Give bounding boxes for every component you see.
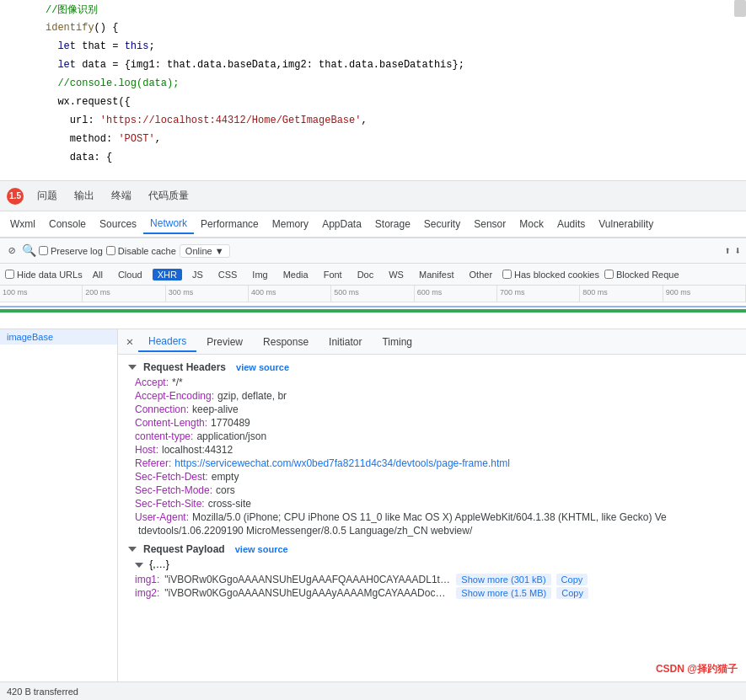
copy-img1-button[interactable]: Copy [556, 574, 588, 585]
tab-memory[interactable]: Memory [266, 215, 315, 233]
header-user-agent-cont: tdevtools/1.06.2209190 MicroMessenger/8.… [128, 525, 736, 537]
referer-link[interactable]: https://servicewechat.com/wx0bed7fa8211d… [174, 457, 510, 469]
blocked-req-label[interactable]: Blocked Reque [604, 270, 679, 280]
header-val-type: application/json [196, 430, 266, 442]
disable-cache-label[interactable]: Disable cache [106, 246, 176, 256]
detail-tab-preview[interactable]: Preview [196, 333, 253, 351]
header-key-ua: User-Agent: [135, 511, 189, 523]
code-editor: //图像识别 identify() { let that = this; let… [0, 0, 746, 181]
ruler-300: 300 ms [166, 286, 249, 302]
has-blocked-checkbox[interactable] [502, 270, 512, 279]
devtools-tab-bar: 1.5 问题 输出 终端 代码质量 [0, 181, 746, 211]
tab-sensor[interactable]: Sensor [467, 215, 513, 233]
filter-css[interactable]: CSS [213, 269, 243, 281]
code-wx: wx.request({ [46, 96, 131, 108]
header-sec-site: Sec-Fetch-Site: cross-site [128, 498, 736, 510]
tab-appdata[interactable]: AppData [315, 215, 368, 233]
filter-media[interactable]: Media [278, 269, 314, 281]
hide-data-urls-label[interactable]: Hide data URLs [5, 270, 83, 280]
filter-font[interactable]: Font [319, 269, 347, 281]
show-more-img1-button[interactable]: Show more (301 kB) [456, 574, 550, 585]
sidebar-item-imagebase[interactable]: imageBase [0, 329, 117, 345]
online-dropdown[interactable]: Online ▼ [180, 244, 230, 258]
status-bar: 420 B transferred [0, 681, 746, 700]
close-button[interactable]: ✕ [121, 334, 138, 350]
tab-sources[interactable]: Sources [93, 215, 143, 233]
filter-all[interactable]: All [88, 269, 108, 281]
payload-title: Request Payload view source [128, 543, 736, 555]
ruler-800: 800 ms [580, 286, 663, 302]
code-url: url: 'https://localhost:44312/Home/GetIm… [46, 115, 368, 126]
header-accept: Accept: */* [128, 377, 736, 388]
blocked-req-checkbox[interactable] [604, 270, 614, 279]
filter-img[interactable]: Img [247, 269, 272, 281]
header-val-sec-site: cross-site [208, 498, 251, 510]
tab-vulnerability[interactable]: Vulnerability [592, 215, 660, 233]
header-key-sec-dest: Sec-Fetch-Dest: [135, 471, 208, 483]
code-line-that: let that = this; [0, 37, 746, 56]
tab-network[interactable]: Network [143, 214, 194, 234]
tab-audits[interactable]: Audits [550, 215, 592, 233]
header-host: Host: localhost:44312 [128, 444, 736, 456]
filter-icon[interactable]: ⊘ [5, 244, 19, 258]
disable-cache-checkbox[interactable] [106, 246, 115, 255]
header-key-type: content-type: [135, 430, 193, 442]
detail-tab-initiator[interactable]: Initiator [319, 333, 372, 351]
expand-payload-icon [128, 547, 137, 552]
detail-tab-timing[interactable]: Timing [372, 333, 422, 351]
upload-icon[interactable]: ⬆ [724, 244, 731, 258]
code-line-comment2: //console.log(data); [0, 74, 746, 93]
header-val-host: localhost:44312 [162, 444, 233, 456]
tab-security[interactable]: Security [417, 215, 467, 233]
header-val-ua-cont: tdevtools/1.06.2209190 MicroMessenger/8.… [138, 525, 472, 537]
tab-mock[interactable]: Mock [513, 215, 550, 233]
main-panel: imageBase ✕ Headers Preview Response Ini… [0, 329, 746, 700]
tab-terminal[interactable]: 终端 [105, 185, 138, 206]
tab-wxml[interactable]: Wxml [3, 215, 42, 233]
copy-img2-button[interactable]: Copy [556, 587, 588, 599]
hide-data-urls-checkbox[interactable] [5, 270, 14, 279]
detail-tab-response[interactable]: Response [253, 333, 319, 351]
preserve-log-label[interactable]: Preserve log [39, 246, 103, 256]
ruler-100: 100 ms [0, 286, 83, 302]
tab-output[interactable]: 输出 [67, 185, 101, 206]
tab-performance[interactable]: Performance [194, 215, 266, 233]
filter-doc[interactable]: Doc [352, 269, 379, 281]
tab-storage[interactable]: Storage [368, 215, 417, 233]
detail-tab-headers[interactable]: Headers [138, 332, 196, 352]
header-user-agent: User-Agent: Mozilla/5.0 (iPhone; CPU iPh… [128, 511, 736, 523]
header-key-referer: Referer: [135, 457, 171, 469]
filter-xhr[interactable]: XHR [153, 269, 182, 281]
header-referer: Referer: https://servicewechat.com/wx0be… [128, 457, 736, 469]
filter-cloud[interactable]: Cloud [113, 269, 148, 281]
payload-val-img1: "iVBORw0KGgoAAAANSUhEUgAAAFQAAAH0CAYAAAD… [164, 574, 451, 585]
timeline-blue-bar [0, 306, 746, 307]
preserve-log-checkbox[interactable] [39, 246, 48, 255]
header-key-host: Host: [135, 444, 158, 456]
filter-js[interactable]: JS [187, 269, 208, 281]
payload-row-img1: img1: "iVBORw0KGgoAAAANSUhEUgAAAFQAAAH0C… [128, 574, 736, 585]
header-val-ua: Mozilla/5.0 (iPhone; CPU iPhone OS 11_0 … [192, 511, 667, 523]
view-source-link[interactable]: view source [236, 362, 289, 372]
filter-ws[interactable]: WS [384, 269, 409, 281]
tab-issues[interactable]: 问题 [30, 185, 64, 206]
filter-other[interactable]: Other [464, 269, 498, 281]
code-that: let that = this; [46, 40, 155, 52]
header-val-length: 1770489 [211, 417, 250, 429]
detail-tab-bar: ✕ Headers Preview Response Initiator Tim… [118, 329, 746, 355]
show-more-img2-button[interactable]: Show more (1.5 MB) [456, 587, 551, 599]
code-scrollbar[interactable] [734, 0, 746, 17]
payload-view-source-link[interactable]: view source [235, 544, 288, 554]
filter-manifest[interactable]: Manifest [414, 269, 459, 281]
code-method: method: 'POST', [46, 133, 161, 145]
download-icon[interactable]: ⬇ [734, 244, 741, 258]
payload-val-img2: "iVBORw0KGgoAAAANSUhEUgAAAyAAAAMgCAYAAAD… [164, 587, 451, 599]
tab-codequality[interactable]: 代码质量 [142, 185, 196, 206]
header-accept-encoding: Accept-Encoding: gzip, deflate, br [128, 390, 736, 402]
payload-row-img2: img2: "iVBORw0KGgoAAAANSUhEUgAAAyAAAAMgC… [128, 587, 736, 599]
ruler-700: 700 ms [497, 286, 580, 302]
has-blocked-label[interactable]: Has blocked cookies [502, 270, 599, 280]
code-line-url: url: 'https://localhost:44312/Home/GetIm… [0, 111, 746, 130]
tab-console[interactable]: Console [42, 215, 93, 233]
search-icon[interactable]: 🔍 [22, 244, 35, 258]
